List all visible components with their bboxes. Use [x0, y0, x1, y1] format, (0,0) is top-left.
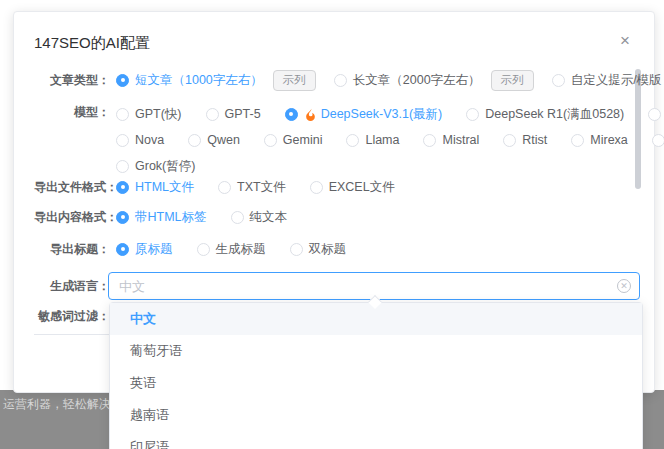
- radio-circle: [423, 134, 436, 147]
- radio-circle: [218, 181, 231, 194]
- radio-circle: [503, 134, 516, 147]
- radio-option[interactable]: GPT-5: [206, 107, 261, 121]
- radio-option[interactable]: Rtist: [503, 133, 547, 147]
- export-title-options: 原标题生成标题双标题: [116, 241, 640, 258]
- radio-label: GPT(快): [135, 106, 182, 123]
- radio-circle: [116, 243, 129, 256]
- model-label: 模型：: [34, 104, 110, 176]
- radio-label: Qwen: [207, 133, 240, 147]
- radio-option[interactable]: Grok(暂停): [116, 158, 195, 175]
- language-option-list: 中文葡萄牙语英语越南语印尼语: [110, 303, 642, 449]
- radio-label: 短文章（1000字左右）: [135, 72, 263, 89]
- radio-option[interactable]: Nova: [116, 133, 164, 147]
- radio-circle: [648, 108, 661, 121]
- close-icon[interactable]: ×: [614, 30, 636, 52]
- radio-label: 带HTML标签: [135, 209, 207, 226]
- radio-option[interactable]: GPT-OSS: [652, 133, 664, 147]
- example-button[interactable]: 示列: [273, 70, 316, 91]
- radio-circle: [116, 211, 129, 224]
- radio-label: Gemini: [283, 133, 323, 147]
- language-option[interactable]: 葡萄牙语: [110, 335, 642, 367]
- radio-label: 自定义提示/模版: [571, 72, 662, 89]
- radio-option[interactable]: 原标题: [116, 241, 173, 258]
- language-option[interactable]: 印尼语: [110, 431, 642, 449]
- radio-circle: [346, 134, 359, 147]
- model-options-line-3: Grok(暂停): [116, 156, 664, 176]
- radio-circle: [334, 74, 347, 87]
- radio-circle: [552, 74, 565, 87]
- sensitive-filter-label: 敏感词过滤：: [34, 308, 110, 325]
- radio-option[interactable]: 双标题: [290, 241, 347, 258]
- language-dropdown: 中文葡萄牙语英语越南语印尼语: [109, 302, 643, 449]
- model-options-line-1: GPT(快)GPT-5DeepSeek-V3.1(最新)DeepSeek R1(…: [116, 104, 664, 124]
- radio-circle: [188, 134, 201, 147]
- radio-circle: [264, 134, 277, 147]
- radio-option[interactable]: 带HTML标签: [116, 209, 207, 226]
- export-file-format-label: 导出文件格式：: [34, 179, 110, 196]
- radio-circle: [116, 134, 129, 147]
- row-export-title: 导出标题： 原标题生成标题双标题: [34, 239, 640, 259]
- radio-label: Grok(暂停): [135, 158, 195, 175]
- radio-label: Rtist: [522, 133, 547, 147]
- radio-option[interactable]: TXT文件: [218, 179, 286, 196]
- radio-option[interactable]: GPT(快): [116, 106, 182, 123]
- radio-circle: [285, 108, 298, 121]
- radio-circle: [290, 243, 303, 256]
- radio-option[interactable]: DeepSeek-V3.1(最新): [285, 106, 443, 123]
- radio-label: 原标题: [135, 241, 173, 258]
- radio-circle: [652, 134, 664, 147]
- radio-label: HTML文件: [135, 179, 194, 196]
- radio-label: 双标题: [309, 241, 347, 258]
- radio-label: Llama: [365, 133, 399, 147]
- clear-icon[interactable]: ✕: [617, 279, 631, 293]
- page: 运营利器，轻松解决礼品配 147SEO的AI配置 × 文章类型： 短文章（100…: [0, 0, 664, 449]
- language-option[interactable]: 英语: [110, 367, 642, 399]
- radio-label: DeepSeek-V3.1(最新): [321, 106, 443, 123]
- radio-option[interactable]: Claude: [648, 107, 664, 121]
- row-generate-language: 生成语言： ✕: [34, 276, 640, 296]
- radio-circle: [206, 108, 219, 121]
- radio-option[interactable]: 自定义提示/模版: [552, 72, 662, 89]
- radio-label: Nova: [135, 133, 164, 147]
- radio-circle: [310, 181, 323, 194]
- radio-label: TXT文件: [237, 179, 286, 196]
- radio-label: 生成标题: [216, 241, 266, 258]
- generate-language-label: 生成语言：: [34, 278, 110, 295]
- radio-circle: [116, 160, 129, 173]
- export-file-format-options: HTML文件TXT文件EXCEL文件: [116, 179, 640, 196]
- radio-option[interactable]: EXCEL文件: [310, 179, 395, 196]
- article-type-options: 短文章（1000字左右）示列长文章（2000字左右）示列自定义提示/模版: [116, 70, 662, 91]
- radio-option[interactable]: 生成标题: [197, 241, 266, 258]
- export-title-label: 导出标题：: [34, 241, 110, 258]
- radio-option[interactable]: 长文章（2000字左右）: [334, 72, 481, 89]
- radio-option[interactable]: 短文章（1000字左右）: [116, 72, 263, 89]
- radio-circle: [571, 134, 584, 147]
- example-button[interactable]: 示列: [491, 70, 534, 91]
- row-article-type: 文章类型： 短文章（1000字左右）示列长文章（2000字左右）示列自定义提示/…: [34, 70, 640, 90]
- radio-circle: [116, 181, 129, 194]
- radio-option[interactable]: Qwen: [188, 133, 240, 147]
- radio-option[interactable]: Mirexa: [571, 133, 628, 147]
- radio-option[interactable]: Mistral: [423, 133, 479, 147]
- dialog-title: 147SEO的AI配置: [34, 34, 150, 53]
- radio-option[interactable]: DeepSeek R1(满血0528): [466, 106, 624, 123]
- language-option[interactable]: 越南语: [110, 399, 642, 431]
- radio-option[interactable]: Gemini: [264, 133, 323, 147]
- radio-circle: [116, 74, 129, 87]
- radio-label: DeepSeek R1(满血0528): [485, 106, 624, 123]
- model-options: GPT(快)GPT-5DeepSeek-V3.1(最新)DeepSeek R1(…: [116, 104, 664, 176]
- radio-option[interactable]: HTML文件: [116, 179, 194, 196]
- radio-circle: [197, 243, 210, 256]
- radio-label: Mirexa: [590, 133, 628, 147]
- row-export-file-format: 导出文件格式： HTML文件TXT文件EXCEL文件: [34, 177, 640, 197]
- radio-circle: [231, 211, 244, 224]
- radio-label: EXCEL文件: [329, 179, 395, 196]
- radio-option[interactable]: 纯文本: [231, 209, 288, 226]
- radio-option[interactable]: Llama: [346, 133, 399, 147]
- row-export-content-format: 导出内容格式： 带HTML标签纯文本: [34, 207, 640, 227]
- radio-label: GPT-5: [225, 107, 261, 121]
- article-type-label: 文章类型：: [34, 72, 110, 89]
- radio-circle: [466, 108, 479, 121]
- export-content-format-options: 带HTML标签纯文本: [116, 209, 640, 226]
- export-content-format-label: 导出内容格式：: [34, 209, 110, 226]
